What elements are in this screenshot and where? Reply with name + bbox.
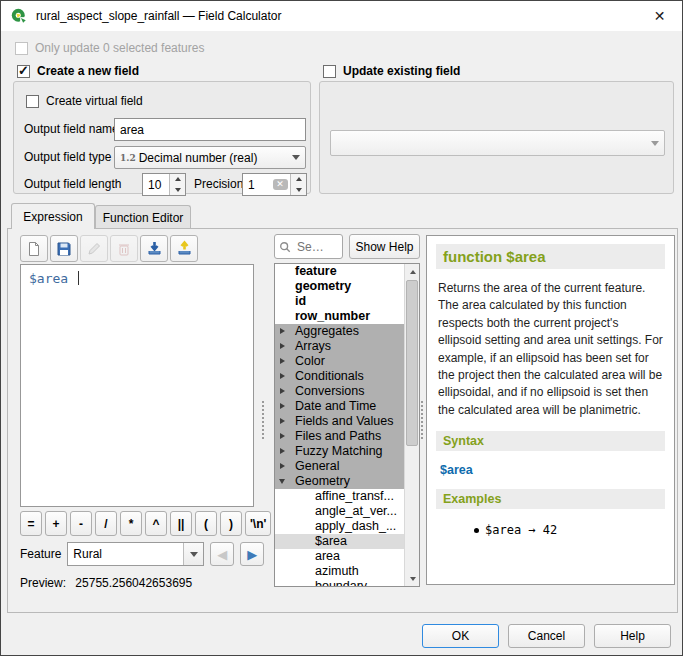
import-expression-icon: [146, 240, 163, 257]
chevron-right-icon: [280, 388, 285, 394]
preview-label: Preview:: [20, 576, 66, 590]
tree-variable-item[interactable]: row_number: [275, 309, 404, 324]
output-field-name-input[interactable]: [114, 118, 306, 141]
scroll-up-icon[interactable]: [405, 264, 420, 279]
output-field-type-combo[interactable]: 1.2 Decimal number (real): [114, 146, 306, 169]
tree-group-item[interactable]: Color: [275, 354, 404, 369]
expression-tab-panel: $area =+-/*^||()'\n' Feature Rural ◀ ▶ P…: [7, 228, 678, 613]
help-syntax-heading: Syntax: [436, 431, 665, 451]
tree-group-item[interactable]: Geometry: [275, 474, 404, 489]
bullet-icon: [474, 528, 479, 533]
feature-label: Feature: [20, 547, 61, 561]
expression-text: $area: [29, 271, 68, 286]
clear-value-icon[interactable]: ✕: [270, 174, 290, 195]
search-icon: [279, 241, 291, 253]
operator-button[interactable]: '\n': [245, 511, 271, 536]
scroll-down-icon[interactable]: [405, 571, 420, 586]
tree-function-item[interactable]: apply_dash_...: [275, 519, 404, 534]
existing-field-combo[interactable]: [330, 130, 665, 156]
chevron-right-icon: [280, 343, 285, 349]
splitter-grip-left[interactable]: [262, 401, 264, 439]
tab-function-editor-label: Function Editor: [103, 211, 184, 225]
operator-button[interactable]: ||: [170, 511, 192, 536]
spin-down-icon[interactable]: [291, 185, 306, 196]
function-search[interactable]: [274, 234, 343, 259]
create-new-field-label: Create a new field: [37, 64, 139, 78]
splitter-grip-right[interactable]: [421, 401, 423, 439]
tree-variable-item[interactable]: id: [275, 294, 404, 309]
new-expression-button[interactable]: [20, 235, 48, 262]
tree-group-item[interactable]: Arrays: [275, 339, 404, 354]
tree-variable-item[interactable]: feature: [275, 264, 404, 279]
spin-up-icon[interactable]: [291, 174, 306, 185]
update-existing-field-checkbox[interactable]: Update existing field: [323, 64, 460, 78]
cancel-button[interactable]: Cancel: [508, 624, 585, 648]
new-expression-icon: [26, 241, 42, 257]
operator-button[interactable]: -: [70, 511, 92, 536]
checkbox-icon: [15, 42, 28, 55]
scrollbar-thumb[interactable]: [406, 280, 418, 446]
close-button[interactable]: ✕: [637, 1, 682, 31]
chevron-right-icon: [280, 433, 285, 439]
chevron-right-icon: [280, 448, 285, 454]
delete-expression-icon: [116, 241, 132, 257]
spin-up-icon[interactable]: [170, 174, 185, 185]
tree-function-item[interactable]: affine_transf...: [275, 489, 404, 504]
tree-group-item[interactable]: Files and Paths: [275, 429, 404, 444]
help-example-code: $area → 42: [485, 523, 557, 537]
chevron-down-icon: [279, 479, 285, 487]
chevron-right-icon: [280, 418, 285, 424]
text-cursor: [78, 271, 79, 285]
operator-button[interactable]: (: [195, 511, 217, 536]
previous-feature-button[interactable]: ◀: [210, 542, 234, 566]
tree-function-item[interactable]: $area: [275, 534, 404, 549]
chevron-right-icon: [280, 358, 285, 364]
tree-group-item[interactable]: Conversions: [275, 384, 404, 399]
tree-function-item[interactable]: azimuth: [275, 564, 404, 579]
spin-down-icon[interactable]: [170, 185, 185, 196]
only-update-checkbox[interactable]: Only update 0 selected features: [15, 41, 204, 55]
tree-variable-item[interactable]: geometry: [275, 279, 404, 294]
operator-button[interactable]: ): [220, 511, 242, 536]
tree-group-item[interactable]: Fields and Values: [275, 414, 404, 429]
create-new-field-checkbox[interactable]: Create a new field: [17, 64, 139, 78]
tree-function-item[interactable]: angle_at_ver...: [275, 504, 404, 519]
operator-button[interactable]: +: [45, 511, 67, 536]
feature-value: Rural: [68, 547, 102, 561]
tree-group-item[interactable]: Date and Time: [275, 399, 404, 414]
tab-expression[interactable]: Expression: [11, 203, 95, 229]
ok-button[interactable]: OK: [422, 624, 499, 648]
help-description: Returns the area of the current feature.…: [438, 280, 663, 419]
save-expression-button[interactable]: [50, 235, 78, 262]
precision-label: Precision: [194, 177, 243, 191]
import-expression-button[interactable]: [140, 235, 168, 262]
tree-function-item[interactable]: area: [275, 549, 404, 564]
export-expression-button[interactable]: [170, 235, 198, 262]
edit-expression-button[interactable]: [80, 235, 108, 262]
output-field-length-spinbox[interactable]: 10: [142, 173, 186, 196]
delete-expression-button[interactable]: [110, 235, 138, 262]
operator-button[interactable]: =: [20, 511, 42, 536]
output-field-type-label: Output field type: [24, 150, 111, 164]
expression-editor[interactable]: $area: [20, 264, 254, 507]
title-bar: rural_aspect_slope_rainfall — Field Calc…: [1, 1, 682, 31]
precision-value: 1: [243, 174, 270, 195]
feature-combo[interactable]: Rural: [67, 542, 204, 566]
tree-group-item[interactable]: Fuzzy Matching: [275, 444, 404, 459]
show-help-button[interactable]: Show Help: [349, 234, 420, 259]
operator-button[interactable]: *: [120, 511, 142, 536]
tree-group-item[interactable]: Aggregates: [275, 324, 404, 339]
operator-button[interactable]: /: [95, 511, 117, 536]
tree-scrollbar[interactable]: [404, 264, 419, 586]
tab-function-editor[interactable]: Function Editor: [95, 205, 191, 229]
operator-button[interactable]: ^: [145, 511, 167, 536]
tree-group-item[interactable]: Conditionals: [275, 369, 404, 384]
tree-function-item[interactable]: boundary: [275, 579, 404, 586]
next-feature-button[interactable]: ▶: [240, 542, 264, 566]
search-input[interactable]: [295, 239, 331, 255]
close-icon: ✕: [654, 8, 666, 24]
help-button[interactable]: Help: [594, 624, 671, 648]
precision-spinbox[interactable]: 1 ✕: [242, 173, 307, 196]
create-virtual-field-checkbox[interactable]: Create virtual field: [26, 94, 143, 108]
tree-group-item[interactable]: General: [275, 459, 404, 474]
